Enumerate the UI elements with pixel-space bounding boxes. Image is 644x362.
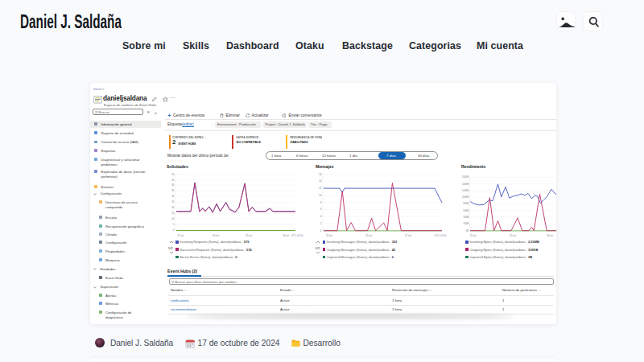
svg-text:0: 0 (173, 228, 175, 232)
svg-text:Daniel J. Saldaña: Daniel J. Saldaña (20, 11, 122, 32)
svg-text:19 oct: 19 oct (283, 234, 289, 237)
svg-text:19 oct: 19 oct (547, 234, 553, 237)
svg-text:0B: 0B (466, 229, 469, 232)
svg-text:15 oct: 15 oct (510, 234, 516, 237)
svg-text:30: 30 (171, 195, 175, 198)
svg-text:40KB: 40KB (463, 216, 469, 219)
svg-text:25: 25 (171, 200, 175, 204)
svg-text:15 oct: 15 oct (365, 234, 372, 237)
svg-text:17 oct: 17 oct (405, 234, 411, 237)
svg-text:13 oct: 13 oct (213, 234, 219, 237)
svg-text:20: 20 (171, 206, 175, 209)
svg-text:15: 15 (171, 212, 175, 215)
svg-text:45: 45 (171, 179, 175, 182)
svg-text:4: 4 (320, 215, 322, 218)
svg-text:20KB: 20KB (463, 222, 469, 225)
svg-text:0: 0 (320, 229, 322, 232)
svg-text:60KB: 60KB (463, 209, 469, 212)
svg-text:11 oct: 11 oct (470, 234, 477, 237)
svg-text:10: 10 (319, 194, 322, 197)
svg-text:15 oct: 15 oct (246, 234, 252, 237)
svg-text:100KB: 100KB (462, 195, 469, 199)
svg-text:11 oct: 11 oct (178, 234, 184, 237)
svg-text:80KB: 80KB (463, 202, 469, 205)
svg-text:40: 40 (171, 183, 175, 187)
svg-text:2: 2 (320, 222, 322, 225)
svg-text:13 oct: 13 oct (326, 234, 332, 237)
svg-text:140KB: 140KB (462, 183, 469, 186)
svg-text:UTC+02:00: UTC+02:00 (435, 234, 447, 237)
svg-text:8: 8 (320, 201, 322, 204)
svg-text:12: 12 (319, 187, 322, 190)
svg-text:UTC+02:00: UTC+02:00 (291, 234, 303, 237)
svg-text:16: 16 (319, 173, 322, 176)
svg-text:50: 50 (171, 173, 175, 176)
svg-text:160KB: 160KB (462, 175, 469, 179)
svg-text:5: 5 (173, 223, 175, 226)
svg-text:35: 35 (171, 189, 175, 192)
svg-text:10: 10 (171, 217, 175, 220)
svg-text:120KB: 120KB (462, 189, 469, 192)
svg-text:14: 14 (319, 179, 322, 183)
svg-text:6: 6 (320, 208, 322, 211)
